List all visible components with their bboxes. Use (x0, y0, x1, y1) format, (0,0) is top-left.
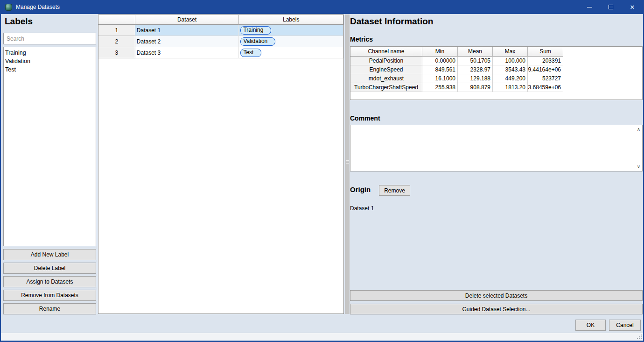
metrics-table: Channel name Min Mean Max Sum PedalPosit… (350, 46, 643, 100)
metrics-table-header: Channel name Min Mean Max Sum (350, 47, 642, 57)
min-value: 849.561 (422, 65, 458, 74)
row-number: 3 (98, 47, 135, 58)
maximize-button[interactable] (600, 0, 622, 14)
table-row-dataset-1[interactable]: 1 Dataset 1 Training (98, 25, 343, 36)
labels-cell[interactable]: Test (239, 47, 343, 58)
scroll-up-icon[interactable]: ∧ (637, 127, 640, 132)
mean-value: 2328.97 (458, 65, 493, 74)
row-number: 2 (98, 36, 135, 47)
scroll-down-icon[interactable]: ∨ (637, 164, 640, 169)
datasets-table-header: Dataset Labels (98, 15, 343, 25)
status-bar (1, 333, 643, 341)
sum-value: 3.68459e+06 (528, 83, 563, 92)
dataset-name-cell[interactable]: Dataset 3 (135, 47, 239, 58)
metrics-heading: Metrics (350, 36, 373, 43)
ok-button[interactable]: OK (575, 320, 606, 331)
origin-heading: Origin (350, 185, 371, 193)
table-row-dataset-3[interactable]: 3 Dataset 3 Test (98, 47, 343, 58)
sum-value: 523727 (528, 74, 563, 83)
sum-value: 9.44164e+06 (528, 65, 563, 74)
dialog-content: Labels Training Validation Test Add New … (1, 14, 643, 331)
label-chip-training[interactable]: Training (240, 26, 271, 35)
labels-cell[interactable]: Training (239, 25, 343, 36)
metrics-row-mdot-exhaust: mdot_exhaust 16.1000 129.188 449.200 523… (350, 74, 642, 83)
metrics-col-min[interactable]: Min (422, 47, 458, 57)
label-list-item-training[interactable]: Training (5, 49, 96, 57)
comment-box: ∧ ∨ (350, 125, 643, 171)
metrics-row-enginespeed: EngineSpeed 849.561 2328.97 3543.43 9.44… (350, 65, 642, 74)
metrics-col-channel-name[interactable]: Channel name (350, 47, 422, 57)
origin-value: Dataset 1 (350, 205, 374, 212)
column-header-rownum[interactable] (98, 15, 135, 25)
metrics-row-turbochargershaftspeed: TurboChargerShaftSpeed 255.938 908.879 1… (350, 83, 642, 92)
cancel-button[interactable]: Cancel (609, 320, 641, 331)
remove-from-datasets-button[interactable]: Remove from Datasets (3, 290, 96, 301)
channel-name: EngineSpeed (350, 65, 422, 74)
label-list-item-test[interactable]: Test (5, 65, 96, 74)
table-row-dataset-2[interactable]: 2 Dataset 2 Validation (98, 36, 343, 47)
dataset-name-cell[interactable]: Dataset 1 (135, 25, 239, 36)
remove-origin-button[interactable]: Remove (379, 185, 410, 196)
rename-button[interactable]: Rename (3, 303, 96, 314)
labels-panel-title: Labels (5, 16, 33, 27)
splitter-grip-icon (346, 160, 349, 164)
min-value: 0.00000 (422, 57, 458, 65)
row-number: 1 (98, 25, 135, 36)
guided-dataset-selection-button[interactable]: Guided Dataset Selection... (350, 304, 643, 314)
close-icon: ✕ (630, 4, 635, 10)
max-value: 100.000 (493, 57, 528, 65)
label-chip-test[interactable]: Test (240, 49, 261, 57)
comment-textarea[interactable] (350, 125, 634, 171)
mean-value: 50.1705 (458, 57, 493, 65)
search-input[interactable] (3, 33, 96, 44)
metrics-col-mean[interactable]: Mean (458, 47, 493, 57)
minimize-icon (587, 7, 592, 7)
metrics-col-max[interactable]: Max (493, 47, 528, 57)
comment-heading: Comment (350, 114, 380, 122)
channel-name: TurboChargerShaftSpeed (350, 83, 422, 92)
max-value: 449.200 (493, 74, 528, 83)
metrics-row-pedalposition: PedalPosition 0.00000 50.1705 100.000 20… (350, 57, 642, 65)
metrics-col-sum[interactable]: Sum (528, 47, 563, 57)
minimize-button[interactable] (579, 0, 600, 14)
max-value: 1813.20 (493, 83, 528, 92)
dataset-information-title: Dataset Information (350, 16, 433, 27)
column-header-labels[interactable]: Labels (239, 15, 343, 25)
app-icon (5, 4, 12, 11)
manage-datasets-window: Manage Datasets ✕ Labels Training Valida… (0, 0, 644, 342)
window-title: Manage Datasets (16, 4, 60, 10)
min-value: 255.938 (422, 83, 458, 92)
channel-name: PedalPosition (350, 57, 422, 65)
window-controls: ✕ (579, 0, 643, 14)
sum-value: 203391 (528, 57, 563, 65)
mean-value: 129.188 (458, 74, 493, 83)
max-value: 3543.43 (493, 65, 528, 74)
add-new-label-button[interactable]: Add New Label (3, 249, 96, 260)
delete-label-button[interactable]: Delete Label (3, 263, 96, 274)
column-header-dataset[interactable]: Dataset (135, 15, 239, 25)
labels-cell[interactable]: Validation (239, 36, 343, 47)
close-button[interactable]: ✕ (622, 0, 643, 14)
labels-listbox[interactable]: Training Validation Test (3, 47, 96, 246)
label-list-item-validation[interactable]: Validation (5, 57, 96, 65)
dataset-name-cell[interactable]: Dataset 2 (135, 36, 239, 47)
assign-to-datasets-button[interactable]: Assign to Datasets (3, 276, 96, 287)
datasets-table: Dataset Labels 1 Dataset 1 Training 2 Da… (98, 14, 344, 314)
label-chip-validation[interactable]: Validation (240, 37, 275, 46)
panel-splitter[interactable] (345, 14, 350, 314)
maximize-icon (609, 5, 613, 9)
mean-value: 908.879 (458, 83, 493, 92)
min-value: 16.1000 (422, 74, 458, 83)
delete-selected-datasets-button[interactable]: Delete selected Datasets (350, 290, 643, 301)
titlebar: Manage Datasets ✕ (1, 0, 643, 14)
resize-grip-icon[interactable] (637, 334, 642, 340)
channel-name: mdot_exhaust (350, 74, 422, 83)
